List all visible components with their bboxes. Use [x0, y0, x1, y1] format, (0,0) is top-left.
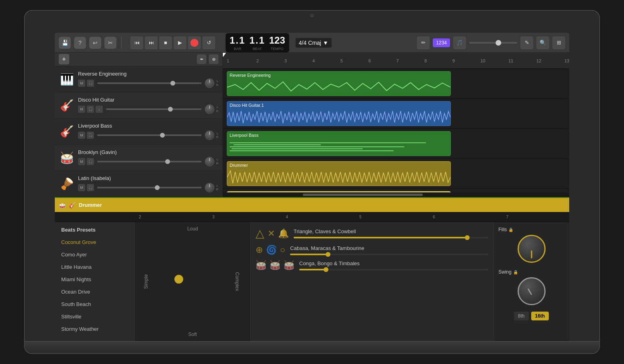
export-button[interactable]: ↓: [96, 106, 103, 113]
pan-knob[interactable]: [205, 78, 214, 88]
cycle-button[interactable]: ↺: [202, 36, 215, 49]
waveform: [227, 169, 450, 186]
instrument-slider-cabasa[interactable]: [290, 254, 488, 255]
save-button[interactable]: 💾: [59, 37, 71, 49]
instrument-name: Cabasa, Maracas & Tambourine: [290, 245, 488, 251]
pan-knob[interactable]: [205, 130, 214, 140]
lr-label: LR: [216, 184, 218, 192]
volume-thumb: [170, 81, 175, 86]
pen-tool-button[interactable]: ✒: [197, 54, 206, 64]
preset-item-coconut-grove[interactable]: Coconut Grove: [55, 236, 134, 248]
pan-knob[interactable]: [205, 104, 214, 114]
note-btn-8th[interactable]: 8th: [514, 312, 529, 320]
play-button[interactable]: ▶: [174, 36, 186, 49]
ruler-mark: 4: [312, 58, 315, 63]
performance-pad[interactable]: Loud Soft Simple Complex: [135, 222, 251, 341]
headphones-button[interactable]: 🎧: [87, 158, 94, 165]
key-dropdown-icon: ▼: [323, 40, 328, 46]
mute-button[interactable]: M: [78, 132, 85, 139]
mute-button[interactable]: M: [78, 184, 85, 191]
pad-label-complex: Complex: [234, 272, 240, 291]
fills-lock-icon[interactable]: 🔒: [508, 228, 513, 232]
volume-slider[interactable]: [97, 82, 202, 84]
swing-knob[interactable]: [518, 277, 546, 305]
note-mode-button[interactable]: 1234: [433, 38, 450, 47]
smart-controls-button[interactable]: ⊕: [209, 54, 218, 64]
track-controls: M 🎧 LR: [78, 130, 218, 140]
track-row: 🥁 Brooklyn (Gavin) M 🎧 LR: [55, 145, 222, 171]
volume-slider[interactable]: [97, 161, 202, 162]
tuner-button[interactable]: 🎵: [453, 36, 466, 49]
volume-slider[interactable]: [97, 187, 202, 188]
master-volume-slider[interactable]: [469, 42, 517, 44]
region-liverpool-bass[interactable]: Liverpool Bass: [227, 131, 451, 156]
region-disco-hit-guitar[interactable]: Disco Hit Guitar.1: [227, 101, 451, 126]
pad-position-dot[interactable]: [174, 275, 183, 284]
track-name: Reverse Engineering: [78, 71, 218, 77]
region-reverse-engineering[interactable]: Reverse Engineering: [227, 71, 451, 96]
preset-item-miami-nights[interactable]: Miami Nights: [55, 273, 134, 286]
add-track-button[interactable]: +: [59, 54, 69, 64]
preset-item-stormy-weather[interactable]: Stormy Weather: [55, 323, 134, 335]
track-info-reverse-engineering: Reverse Engineering M 🎧 LR: [78, 71, 218, 88]
track-name: Latin (Isabela): [78, 175, 218, 181]
rewind-button[interactable]: ⏮: [130, 36, 143, 49]
pencil-tool[interactable]: ✏: [417, 36, 430, 49]
preset-item-stiltsville[interactable]: Stiltsville: [55, 310, 134, 323]
track-controls: M 🎧 ↓ LR: [78, 104, 218, 114]
mute-button[interactable]: M: [78, 158, 85, 165]
track-icon-reverse-engineering: 🎹: [59, 69, 75, 89]
volume-slider[interactable]: [97, 134, 202, 136]
ruler-mark: 2: [256, 58, 259, 63]
headphones-button[interactable]: 🎧: [87, 106, 94, 113]
search-button[interactable]: 🔍: [536, 36, 549, 49]
scrollbar-thumb[interactable]: [303, 194, 423, 196]
mute-button[interactable]: M: [78, 106, 85, 113]
volume-thumb: [155, 185, 160, 190]
scrollbar-track[interactable]: [223, 192, 569, 197]
ruler-mark: 5: [340, 58, 343, 63]
region-latin-isabela[interactable]: Drummer: [227, 191, 451, 192]
help-button[interactable]: ?: [74, 37, 86, 49]
preset-item-south-beach[interactable]: South Beach: [55, 298, 134, 310]
instrument-slider-conga[interactable]: [299, 269, 488, 270]
swing-section: Swing 🔒: [498, 269, 564, 307]
tracks-panel: + ✒ ⊕ 🎹 Reverse Engineering M 🎧: [55, 53, 223, 197]
slider-dot: [324, 267, 328, 272]
share-button[interactable]: ⊞: [552, 36, 565, 49]
swing-lock-icon[interactable]: 🔒: [513, 270, 518, 274]
sep1: [121, 37, 122, 49]
scissors-button[interactable]: ✂: [104, 37, 116, 49]
ruler-marks: 1 2 3 4 5 6 7 8 9 10 11 12 13: [223, 53, 569, 68]
beats-presets-title: Beats Presets: [55, 222, 134, 236]
instrument-info-triangle: Triangle, Claves & Cowbell: [294, 228, 488, 238]
key-signature-selector[interactable]: 4/4 Cmaj ▼: [296, 38, 332, 48]
beat-label: BEAT: [253, 47, 262, 51]
edit-button[interactable]: ✎: [520, 36, 533, 49]
region-brooklyn-gavin[interactable]: Drummer: [227, 161, 451, 186]
fast-forward-button[interactable]: ⏭: [145, 36, 158, 49]
record-button[interactable]: [188, 36, 201, 49]
mute-button[interactable]: M: [78, 80, 85, 87]
note-btn-16th[interactable]: 16th: [531, 312, 549, 320]
pan-knob[interactable]: [205, 157, 214, 166]
preset-item-little-havana[interactable]: Little Havana: [55, 261, 134, 273]
fills-panel: Fills 🔒 Swing 🔒: [493, 222, 569, 341]
headphones-button[interactable]: 🎧: [87, 132, 94, 139]
headphones-button[interactable]: 🎧: [87, 80, 94, 87]
volume-slider[interactable]: [106, 108, 202, 110]
undo-button[interactable]: ↩: [89, 37, 101, 49]
scale-value: Cmaj: [308, 40, 321, 46]
fills-knob[interactable]: [518, 235, 546, 263]
ruler-mark: 7: [396, 58, 399, 63]
pan-knob[interactable]: [205, 183, 214, 192]
dt-mark: 7: [506, 215, 569, 219]
instrument-slider-triangle[interactable]: [294, 237, 488, 238]
track-info-liverpool-bass: Liverpool Bass M 🎧 LR: [78, 123, 218, 140]
slider-dot: [326, 252, 330, 257]
fills-section: Fills 🔒: [498, 227, 564, 264]
stop-button[interactable]: ■: [159, 36, 172, 49]
preset-item-como-ayer[interactable]: Como Ayer: [55, 248, 134, 261]
preset-item-ocean-drive[interactable]: Ocean Drive: [55, 286, 134, 298]
headphones-button[interactable]: 🎧: [87, 184, 94, 191]
